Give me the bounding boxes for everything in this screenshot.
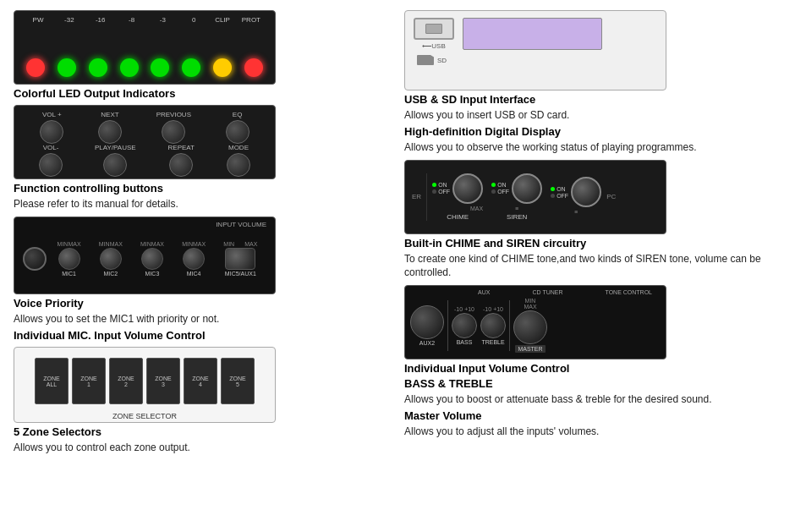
chime-label: CHIME bbox=[447, 213, 469, 221]
led-label-3: -3 bbox=[151, 16, 174, 24]
btn-label-eq: EQ bbox=[233, 111, 243, 118]
sd-row: SD bbox=[414, 55, 657, 65]
led-16 bbox=[89, 58, 107, 77]
aux2-knob bbox=[410, 305, 444, 339]
led-panel: PW -32 -16 -8 -3 0 CLIP PROT bbox=[14, 10, 276, 85]
btn-vol-plus: VOL + bbox=[40, 111, 63, 144]
led-dot-row bbox=[23, 57, 266, 79]
bass-group: -10+10 BASS bbox=[452, 306, 477, 345]
siren-knob-2 bbox=[571, 177, 601, 207]
btn-repeat: REPEAT bbox=[168, 144, 195, 177]
led-label-prot: PROT bbox=[239, 16, 263, 24]
btn-label-vol-minus: VOL- bbox=[43, 144, 59, 151]
led-pw bbox=[26, 58, 45, 77]
zone-all: ZONEALL bbox=[35, 358, 69, 404]
knob-mode bbox=[227, 153, 250, 177]
btn-next: NEXT bbox=[98, 111, 122, 144]
func-row-1: VOL + NEXT PREVIOUS EQ bbox=[23, 111, 266, 144]
btn-previous: PREVIOUS bbox=[156, 111, 191, 144]
knob-repeat bbox=[169, 153, 193, 177]
cd-tuner-label: CD TUNER bbox=[532, 289, 562, 295]
led-label-8: -8 bbox=[120, 16, 144, 24]
func-title: Function controlling buttons bbox=[14, 182, 391, 195]
bass-knob bbox=[452, 313, 477, 338]
mic1-label: MIC1 bbox=[62, 271, 76, 277]
siren-group-2: ON OFF ≡ bbox=[547, 177, 601, 217]
btn-label-mode: MODE bbox=[228, 144, 249, 151]
zone-3: ZONE3 bbox=[146, 358, 180, 404]
tone-control-label: TONE CONTROL bbox=[606, 289, 653, 295]
mic4-group: MINMAX MIC4 bbox=[182, 241, 206, 277]
pc-label: PC bbox=[606, 193, 616, 200]
mic5-label: MIC5/AUX1 bbox=[225, 271, 256, 277]
treble-knob bbox=[480, 313, 506, 338]
chime-title: Built-in CHIME and SIREN circuitry bbox=[404, 237, 781, 250]
mic1-knob bbox=[58, 248, 80, 270]
led-8 bbox=[120, 58, 139, 77]
aux2-group: AUX2 bbox=[410, 305, 444, 346]
usb-text: Allows you to insert USB or SD card. bbox=[404, 108, 781, 123]
usb-panel: ⟵USB SD bbox=[404, 10, 666, 90]
led-0 bbox=[182, 58, 200, 77]
hd-display bbox=[463, 18, 602, 50]
btn-eq: EQ bbox=[226, 111, 249, 144]
zone-section: ZONEALL ZONE1 ZONE2 ZONE3 ZONE4 ZONE5 ZO… bbox=[14, 347, 391, 455]
zone-selector-label: ZONE SELECTOR bbox=[112, 412, 177, 420]
aux-label: AUX bbox=[478, 289, 490, 295]
master-vol-title: Master Volume bbox=[404, 409, 781, 422]
knob-previous bbox=[162, 120, 185, 144]
zone-5: ZONE5 bbox=[221, 358, 255, 404]
voice-text: Allows you to set the MIC1 with priority… bbox=[14, 312, 391, 326]
bass-label: BASS bbox=[457, 339, 473, 345]
divider-2 bbox=[509, 300, 510, 351]
voice-subtitle: Individual MIC. Input Volume Control bbox=[14, 329, 391, 342]
knob-next bbox=[98, 120, 122, 144]
bass-treble-text: Allows you to boost or attenuate bass & … bbox=[404, 392, 781, 407]
usb-inner bbox=[425, 24, 442, 34]
voice-priority-knob bbox=[23, 247, 47, 271]
btn-label-previous: PREVIOUS bbox=[156, 111, 191, 118]
led-32 bbox=[58, 58, 76, 77]
chime-text: To create one kind of CHIME tone,and two… bbox=[404, 252, 781, 281]
right-column: ⟵USB SD USB & SD Input Interface Allows … bbox=[398, 7, 788, 525]
btn-label-vol-plus: VOL + bbox=[42, 111, 62, 118]
btn-mode: MODE bbox=[227, 144, 250, 177]
voice-knob-row: MINMAX MIC1 MINMAX MIC2 MINMAX MI bbox=[19, 228, 270, 290]
voice-section: INPUT VOLUME MINMAX MIC1 MINMAX MIC bbox=[14, 217, 391, 342]
left-column: PW -32 -16 -8 -3 0 CLIP PROT bbox=[7, 7, 398, 525]
func-section: VOL + NEXT PREVIOUS EQ bbox=[14, 105, 391, 211]
master-knob bbox=[513, 310, 547, 344]
led-prot bbox=[244, 58, 263, 77]
led-label-0: 0 bbox=[182, 16, 206, 24]
knob-eq bbox=[226, 120, 249, 144]
led-title: Colorful LED Output Indicators bbox=[14, 87, 391, 100]
siren-label: SIREN bbox=[507, 213, 527, 221]
usb-text-label: ⟵USB bbox=[422, 42, 445, 50]
mic5-group: MINMAX MIC5/AUX1 bbox=[223, 241, 257, 277]
siren-group: ON OFF ≡ SIREN bbox=[488, 173, 542, 221]
zone-title: 5 Zone Selectors bbox=[14, 425, 391, 438]
divider-1 bbox=[447, 300, 448, 351]
input-vol-label: INPUT VOLUME bbox=[216, 221, 266, 228]
led-clip bbox=[213, 58, 232, 77]
master-group: MINMAX MASTER bbox=[513, 298, 547, 353]
mic2-group: MINMAX MIC2 bbox=[99, 241, 123, 277]
led-3 bbox=[151, 58, 169, 77]
chime-panel: ER ON OFF MAX CHIME bbox=[404, 160, 666, 234]
mic4-knob bbox=[183, 248, 205, 270]
led-label-row: PW -32 -16 -8 -3 0 CLIP PROT bbox=[23, 16, 266, 24]
master-vol-text: Allows you to adjust all the inputs' vol… bbox=[404, 425, 781, 439]
mic1-group: MINMAX MIC1 bbox=[58, 241, 81, 277]
bass-section: AUX CD TUNER TONE CONTROL AUX2 -10+10 bbox=[404, 285, 781, 439]
treble-group: -10+10 TREBLE bbox=[480, 306, 506, 345]
led-label-32: -32 bbox=[58, 16, 81, 24]
chime-section: ER ON OFF MAX CHIME bbox=[404, 160, 781, 281]
led-label-pw: PW bbox=[26, 16, 50, 24]
btn-label-next: NEXT bbox=[101, 111, 118, 118]
er-label: ER bbox=[412, 193, 421, 200]
sd-label: SD bbox=[437, 57, 447, 64]
display-title: High-definition Digital Display bbox=[404, 125, 781, 138]
btn-play-pause: PLAY/PAUSE bbox=[95, 144, 136, 177]
siren-knob-1 bbox=[512, 173, 542, 204]
mic2-label: MIC2 bbox=[103, 271, 118, 277]
